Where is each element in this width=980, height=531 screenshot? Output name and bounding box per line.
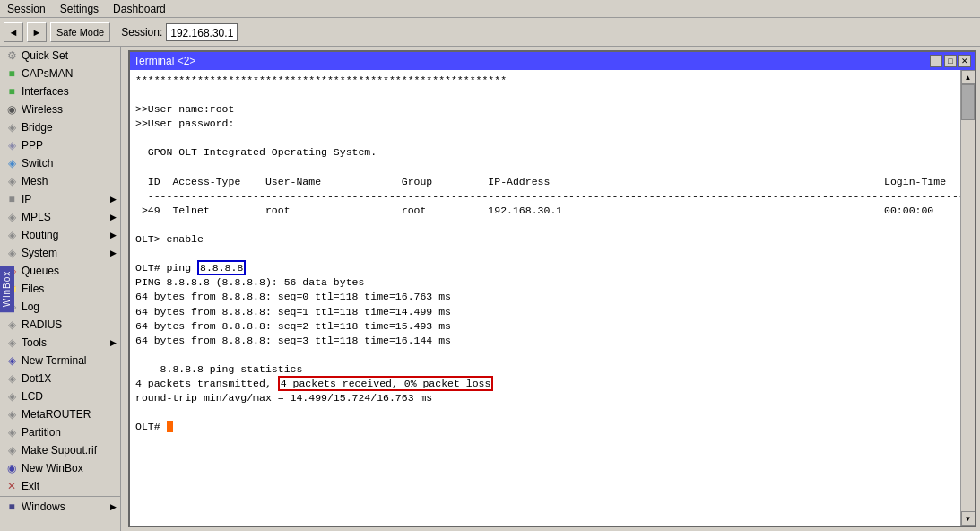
sidebar-label-log: Log <box>22 300 39 313</box>
sidebar-label-quick-set: Quick Set <box>22 49 68 62</box>
sidebar-item-lcd[interactable]: ◈ LCD <box>0 387 120 405</box>
exit-icon: ✕ <box>5 480 18 492</box>
terminal-ping-header: PING 8.8.8.8 (8.8.8.8): 56 data bytes <box>135 276 364 288</box>
scroll-down-button[interactable]: ▼ <box>961 511 976 526</box>
scroll-thumb[interactable] <box>961 84 975 120</box>
dot1x-icon: ◈ <box>5 372 18 385</box>
sidebar-item-system[interactable]: ◈ System ▶ <box>0 244 120 262</box>
terminal-prompt-line: OLT# <box>135 421 173 432</box>
switch-icon: ◈ <box>5 157 18 170</box>
quick-set-icon: ⚙ <box>5 49 18 62</box>
session-label: Session: <box>121 26 162 39</box>
sidebar-item-ppp[interactable]: ◈ PPP <box>0 136 120 154</box>
sidebar-item-log[interactable]: ◈ Log <box>0 298 120 316</box>
sidebar-label-routing: Routing <box>22 229 58 241</box>
sidebar-item-dot1x[interactable]: ◈ Dot1X <box>0 370 120 387</box>
terminal-close-button[interactable]: ✕ <box>958 55 971 67</box>
ppp-icon: ◈ <box>5 139 18 152</box>
terminal-ping-seq3: 64 bytes from 8.8.8.8: seq=3 ttl=118 tim… <box>135 335 451 346</box>
terminal-body: ****************************************… <box>130 70 975 526</box>
sidebar-item-wireless[interactable]: ◉ Wireless <box>0 100 120 118</box>
sidebar-item-queues[interactable]: ◈ Queues <box>0 262 120 280</box>
scroll-track[interactable] <box>961 84 975 511</box>
terminal-ping-seq2: 64 bytes from 8.8.8.8: seq=2 ttl=118 tim… <box>135 320 451 332</box>
sidebar-label-make-supout: Make Supout.rif <box>22 444 97 457</box>
new-terminal-icon: ◈ <box>5 354 18 367</box>
tools-icon: ◈ <box>5 336 18 349</box>
terminal-scrollbar[interactable]: ▲ ▼ <box>960 70 975 526</box>
ip-icon: ■ <box>5 193 18 205</box>
new-winbox-icon: ◉ <box>5 462 18 474</box>
mpls-arrow-icon: ▶ <box>110 213 117 222</box>
sidebar: ⚙ Quick Set ■ CAPsMAN ■ Interfaces ◉ Wir… <box>0 47 121 531</box>
sidebar-item-mpls[interactable]: ◈ MPLS ▶ <box>0 208 120 226</box>
sidebar-label-new-winbox: New WinBox <box>22 462 83 474</box>
sidebar-item-new-terminal[interactable]: ◈ New Terminal <box>0 352 120 370</box>
sidebar-label-exit: Exit <box>22 480 39 492</box>
sidebar-label-queues: Queues <box>22 265 59 277</box>
interfaces-icon: ■ <box>5 85 18 98</box>
sidebar-item-radius[interactable]: ◈ RADIUS <box>0 316 120 334</box>
sidebar-label-system: System <box>22 247 57 259</box>
sidebar-label-new-terminal: New Terminal <box>22 354 86 367</box>
menu-settings[interactable]: Settings <box>56 3 102 15</box>
terminal-window: Terminal <2> _ □ ✕ *********************… <box>128 50 976 527</box>
sidebar-label-interfaces: Interfaces <box>22 85 69 98</box>
terminal-titlebar: Terminal <2> _ □ ✕ <box>130 52 975 70</box>
metarouter-icon: ◈ <box>5 408 18 421</box>
terminal-gpon-line: GPON OLT Integrated Operating System. <box>135 146 377 158</box>
back-button[interactable]: ◄ <box>4 22 23 42</box>
sidebar-label-radius: RADIUS <box>22 318 62 331</box>
sidebar-item-mesh[interactable]: ◈ Mesh <box>0 172 120 190</box>
sidebar-label-lcd: LCD <box>22 390 43 403</box>
system-icon: ◈ <box>5 247 18 259</box>
main-layout: ⚙ Quick Set ■ CAPsMAN ■ Interfaces ◉ Wir… <box>0 47 980 531</box>
partition-icon: ◈ <box>5 426 18 439</box>
sidebar-item-make-supout[interactable]: ◈ Make Supout.rif <box>0 441 120 459</box>
ip-arrow-icon: ▶ <box>110 195 117 204</box>
terminal-username-prompt: >>User name:root <box>135 103 234 115</box>
radius-icon: ◈ <box>5 318 18 331</box>
sidebar-item-tools[interactable]: ◈ Tools ▶ <box>0 334 120 352</box>
terminal-ping-seq0: 64 bytes from 8.8.8.8: seq=0 ttl=118 tim… <box>135 291 451 302</box>
sidebar-label-tools: Tools <box>22 336 47 349</box>
sidebar-label-metarouter: MetaROUTER <box>22 408 91 421</box>
scroll-up-button[interactable]: ▲ <box>961 70 976 84</box>
lcd-icon: ◈ <box>5 390 18 403</box>
capsman-icon: ■ <box>5 67 18 80</box>
sidebar-item-bridge[interactable]: ◈ Bridge <box>0 118 120 136</box>
terminal-maximize-button[interactable]: □ <box>944 55 957 67</box>
safe-mode-button[interactable]: Safe Mode <box>50 22 110 42</box>
system-arrow-icon: ▶ <box>110 248 117 257</box>
terminal-table-row: >49 Telnet root root 192.168.30.1 00:00:… <box>135 205 933 216</box>
sidebar-item-quick-set[interactable]: ⚙ Quick Set <box>0 47 120 65</box>
terminal-dots: ****************************************… <box>135 74 507 86</box>
terminal-ping-seq1: 64 bytes from 8.8.8.8: seq=1 ttl=118 tim… <box>135 306 451 318</box>
sidebar-item-metarouter[interactable]: ◈ MetaROUTER <box>0 405 120 423</box>
tools-arrow-icon: ▶ <box>110 338 117 347</box>
menu-session[interactable]: Session <box>4 3 49 15</box>
content-area: Terminal <2> _ □ ✕ *********************… <box>121 47 980 531</box>
terminal-table-header: ID Access-Type User-Name Group IP-Addres… <box>135 176 946 187</box>
session-value: 192.168.30.1 <box>166 23 238 41</box>
sidebar-item-partition[interactable]: ◈ Partition <box>0 423 120 441</box>
terminal-minimize-button[interactable]: _ <box>930 55 942 67</box>
sidebar-item-interfaces[interactable]: ■ Interfaces <box>0 83 120 100</box>
routing-icon: ◈ <box>5 229 18 241</box>
sidebar-item-new-winbox[interactable]: ◉ New WinBox <box>0 459 120 477</box>
sidebar-divider <box>0 496 120 497</box>
menu-dashboard[interactable]: Dashboard <box>109 3 169 15</box>
forward-button[interactable]: ► <box>27 22 47 42</box>
sidebar-label-ip: IP <box>22 193 31 205</box>
make-supout-icon: ◈ <box>5 444 18 457</box>
sidebar-item-windows[interactable]: ■ Windows ▶ <box>0 498 120 516</box>
terminal-content[interactable]: ****************************************… <box>130 70 960 526</box>
terminal-cursor <box>167 421 173 432</box>
sidebar-item-ip[interactable]: ■ IP ▶ <box>0 190 120 208</box>
sidebar-item-routing[interactable]: ◈ Routing ▶ <box>0 226 120 244</box>
sidebar-item-files[interactable]: 📁 Files <box>0 280 120 298</box>
terminal-titlebar-buttons: _ □ ✕ <box>930 55 971 67</box>
sidebar-item-switch[interactable]: ◈ Switch <box>0 154 120 172</box>
sidebar-item-capsman[interactable]: ■ CAPsMAN <box>0 65 120 83</box>
sidebar-item-exit[interactable]: ✕ Exit <box>0 477 120 495</box>
